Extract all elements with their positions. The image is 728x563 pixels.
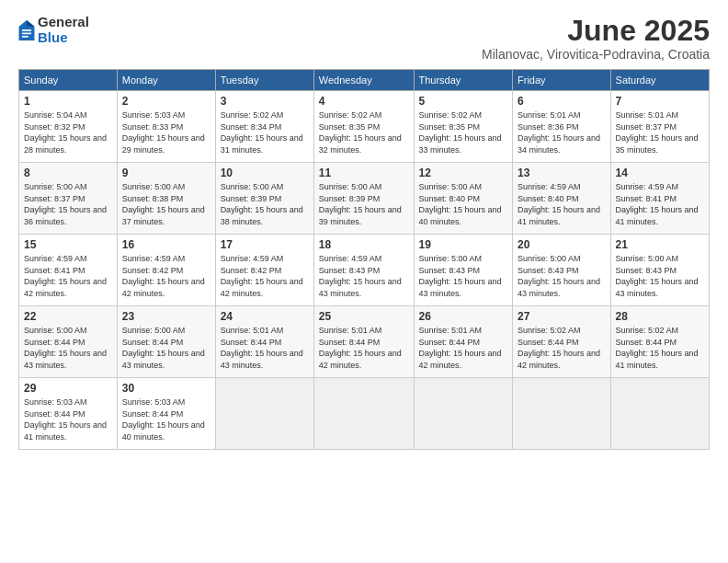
day-info: Sunrise: 4:59 AMSunset: 8:41 PMDaylight:…	[24, 254, 107, 298]
day-number: 15	[24, 238, 112, 251]
calendar-cell	[610, 378, 709, 450]
day-number: 6	[518, 95, 606, 108]
header-friday: Friday	[513, 70, 611, 91]
calendar-cell: 13 Sunrise: 4:59 AMSunset: 8:40 PMDaylig…	[513, 163, 611, 235]
day-number: 2	[122, 95, 210, 108]
day-info: Sunrise: 5:02 AMSunset: 8:44 PMDaylight:…	[518, 326, 600, 370]
calendar-cell: 30 Sunrise: 5:03 AMSunset: 8:44 PMDaylig…	[117, 378, 215, 450]
header-tuesday: Tuesday	[215, 70, 313, 91]
day-number: 29	[24, 382, 112, 395]
calendar-cell: 23 Sunrise: 5:00 AMSunset: 8:44 PMDaylig…	[117, 306, 215, 378]
day-number: 10	[221, 167, 309, 179]
header-monday: Monday	[117, 70, 215, 91]
day-info: Sunrise: 5:04 AMSunset: 8:32 PMDaylight:…	[24, 110, 107, 155]
logo-blue: Blue	[38, 30, 89, 46]
calendar-cell: 15 Sunrise: 4:59 AMSunset: 8:41 PMDaylig…	[19, 235, 118, 306]
page: General Blue June 2025 Milanovac, Virovi…	[0, 0, 728, 563]
calendar-cell: 2 Sunrise: 5:03 AMSunset: 8:33 PMDayligh…	[117, 91, 215, 163]
calendar-cell: 4 Sunrise: 5:02 AMSunset: 8:35 PMDayligh…	[313, 91, 414, 163]
title-area: June 2025 Milanovac, Virovitica-Podravin…	[482, 15, 710, 62]
day-info: Sunrise: 5:02 AMSunset: 8:44 PMDaylight:…	[616, 326, 699, 370]
logo: General Blue	[18, 15, 89, 45]
month-title: June 2025	[482, 15, 710, 47]
header-wednesday: Wednesday	[313, 70, 414, 91]
day-number: 24	[221, 310, 309, 323]
calendar-cell: 10 Sunrise: 5:00 AMSunset: 8:39 PMDaylig…	[215, 163, 313, 235]
day-info: Sunrise: 5:02 AMSunset: 8:35 PMDaylight:…	[419, 110, 502, 155]
day-info: Sunrise: 4:59 AMSunset: 8:42 PMDaylight:…	[221, 254, 303, 298]
header: General Blue June 2025 Milanovac, Virovi…	[18, 15, 710, 62]
day-number: 30	[122, 382, 210, 395]
calendar-cell: 3 Sunrise: 5:02 AMSunset: 8:34 PMDayligh…	[215, 91, 313, 163]
day-number: 7	[616, 95, 704, 108]
calendar-week-4: 29 Sunrise: 5:03 AMSunset: 8:44 PMDaylig…	[19, 378, 710, 450]
day-number: 14	[616, 167, 704, 179]
calendar-cell: 16 Sunrise: 4:59 AMSunset: 8:42 PMDaylig…	[117, 235, 215, 306]
day-number: 5	[419, 95, 508, 108]
day-number: 21	[616, 238, 704, 251]
calendar-week-3: 22 Sunrise: 5:00 AMSunset: 8:44 PMDaylig…	[19, 306, 710, 378]
day-number: 27	[518, 310, 606, 323]
day-info: Sunrise: 5:02 AMSunset: 8:34 PMDaylight:…	[221, 110, 303, 155]
day-number: 22	[24, 310, 112, 323]
calendar-cell: 11 Sunrise: 5:00 AMSunset: 8:39 PMDaylig…	[313, 163, 414, 235]
day-number: 17	[221, 238, 309, 251]
day-number: 9	[122, 167, 210, 179]
calendar-cell: 14 Sunrise: 4:59 AMSunset: 8:41 PMDaylig…	[610, 163, 709, 235]
calendar-cell: 27 Sunrise: 5:02 AMSunset: 8:44 PMDaylig…	[513, 306, 611, 378]
header-saturday: Saturday	[610, 70, 709, 91]
day-number: 28	[616, 310, 704, 323]
svg-marker-1	[27, 20, 34, 27]
calendar-cell: 5 Sunrise: 5:02 AMSunset: 8:35 PMDayligh…	[414, 91, 513, 163]
calendar-week-2: 15 Sunrise: 4:59 AMSunset: 8:41 PMDaylig…	[19, 235, 710, 306]
calendar-cell: 1 Sunrise: 5:04 AMSunset: 8:32 PMDayligh…	[19, 91, 118, 163]
day-number: 13	[518, 167, 606, 179]
header-thursday: Thursday	[414, 70, 513, 91]
day-info: Sunrise: 5:01 AMSunset: 8:37 PMDaylight:…	[616, 110, 699, 155]
day-number: 11	[319, 167, 409, 179]
day-number: 20	[518, 238, 606, 251]
day-number: 1	[24, 95, 112, 108]
day-info: Sunrise: 5:02 AMSunset: 8:35 PMDaylight:…	[319, 110, 402, 155]
calendar-cell: 25 Sunrise: 5:01 AMSunset: 8:44 PMDaylig…	[313, 306, 414, 378]
day-info: Sunrise: 5:01 AMSunset: 8:44 PMDaylight:…	[319, 326, 402, 370]
calendar-cell: 12 Sunrise: 5:00 AMSunset: 8:40 PMDaylig…	[414, 163, 513, 235]
day-info: Sunrise: 5:00 AMSunset: 8:43 PMDaylight:…	[518, 254, 600, 298]
day-number: 26	[419, 310, 508, 323]
calendar-cell: 8 Sunrise: 5:00 AMSunset: 8:37 PMDayligh…	[19, 163, 118, 235]
logo-icon	[18, 20, 35, 40]
header-sunday: Sunday	[19, 70, 118, 91]
calendar-cell	[215, 378, 313, 450]
day-info: Sunrise: 5:00 AMSunset: 8:39 PMDaylight:…	[319, 182, 402, 226]
calendar-cell	[414, 378, 513, 450]
day-number: 19	[419, 238, 508, 251]
calendar-cell: 6 Sunrise: 5:01 AMSunset: 8:36 PMDayligh…	[513, 91, 611, 163]
day-number: 25	[319, 310, 409, 323]
day-info: Sunrise: 5:03 AMSunset: 8:33 PMDaylight:…	[122, 110, 205, 155]
calendar-cell: 18 Sunrise: 4:59 AMSunset: 8:43 PMDaylig…	[313, 235, 414, 306]
day-number: 16	[122, 238, 210, 251]
calendar-cell: 20 Sunrise: 5:00 AMSunset: 8:43 PMDaylig…	[513, 235, 611, 306]
logo-text: General Blue	[38, 15, 89, 45]
day-info: Sunrise: 5:00 AMSunset: 8:40 PMDaylight:…	[419, 182, 502, 226]
day-info: Sunrise: 5:00 AMSunset: 8:44 PMDaylight:…	[24, 326, 107, 370]
day-info: Sunrise: 5:03 AMSunset: 8:44 PMDaylight:…	[122, 397, 205, 442]
calendar-table: Sunday Monday Tuesday Wednesday Thursday…	[18, 69, 710, 450]
calendar-week-0: 1 Sunrise: 5:04 AMSunset: 8:32 PMDayligh…	[19, 91, 710, 163]
calendar-cell: 17 Sunrise: 4:59 AMSunset: 8:42 PMDaylig…	[215, 235, 313, 306]
day-number: 4	[319, 95, 409, 108]
calendar-cell: 22 Sunrise: 5:00 AMSunset: 8:44 PMDaylig…	[19, 306, 118, 378]
day-info: Sunrise: 5:00 AMSunset: 8:43 PMDaylight:…	[419, 254, 502, 298]
calendar-cell: 26 Sunrise: 5:01 AMSunset: 8:44 PMDaylig…	[414, 306, 513, 378]
day-number: 3	[221, 95, 309, 108]
calendar-cell: 19 Sunrise: 5:00 AMSunset: 8:43 PMDaylig…	[414, 235, 513, 306]
calendar-cell: 7 Sunrise: 5:01 AMSunset: 8:37 PMDayligh…	[610, 91, 709, 163]
day-info: Sunrise: 4:59 AMSunset: 8:42 PMDaylight:…	[122, 254, 205, 298]
calendar-cell	[513, 378, 611, 450]
calendar-cell: 9 Sunrise: 5:00 AMSunset: 8:38 PMDayligh…	[117, 163, 215, 235]
weekday-header-row: Sunday Monday Tuesday Wednesday Thursday…	[19, 70, 710, 91]
day-info: Sunrise: 5:00 AMSunset: 8:43 PMDaylight:…	[616, 254, 699, 298]
day-number: 12	[419, 167, 508, 179]
day-info: Sunrise: 5:00 AMSunset: 8:37 PMDaylight:…	[24, 182, 107, 226]
calendar-cell: 21 Sunrise: 5:00 AMSunset: 8:43 PMDaylig…	[610, 235, 709, 306]
